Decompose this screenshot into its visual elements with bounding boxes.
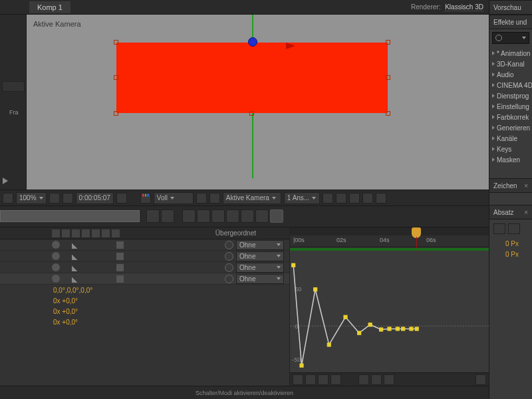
- zoom-icon[interactable]: [358, 374, 369, 385]
- expand-triangle-icon[interactable]: [492, 126, 495, 130]
- x-axis-gizmo[interactable]: [286, 43, 306, 49]
- time-ruler[interactable]: |00s02s04s06s: [290, 227, 489, 247]
- lock-column-icon[interactable]: [72, 229, 80, 237]
- layer-row[interactable]: Ohne: [0, 239, 289, 251]
- expand-triangle-icon[interactable]: [492, 104, 495, 108]
- layer-row[interactable]: Ohne: [0, 262, 289, 273]
- fx-column-icon[interactable]: [82, 229, 90, 237]
- ease-icon[interactable]: [475, 374, 486, 385]
- parent-pickwhip-icon[interactable]: [225, 241, 233, 249]
- parent-dropdown[interactable]: Ohne: [236, 263, 284, 273]
- keyframe[interactable]: [299, 363, 303, 367]
- pixel-aspect-icon[interactable]: [323, 193, 333, 203]
- keyframe[interactable]: [313, 287, 317, 291]
- 3d-layer-toggle[interactable]: [116, 264, 124, 271]
- channels-icon[interactable]: [140, 193, 151, 203]
- resize-handle-se[interactable]: [386, 111, 390, 116]
- layer-row[interactable]: Ohne: [0, 273, 289, 285]
- visibility-toggle[interactable]: [52, 263, 60, 271]
- keyframe[interactable]: [327, 342, 331, 346]
- renderer-value[interactable]: Klassisch 3D: [445, 3, 483, 11]
- timeline-footer-toggle[interactable]: Schalter/Modi aktivieren/deaktivieren: [0, 386, 489, 399]
- visibility-toggle[interactable]: [52, 275, 60, 283]
- comp-tab[interactable]: Komp 1: [29, 1, 70, 13]
- solo-column-icon[interactable]: [62, 229, 70, 237]
- z-axis-gizmo[interactable]: [248, 37, 257, 47]
- visibility-toggle[interactable]: [52, 241, 60, 249]
- transparency-grid-icon[interactable]: [209, 193, 220, 203]
- effect-category-item[interactable]: Audio: [489, 69, 532, 80]
- property-value-row[interactable]: 0x +0,0°: [0, 295, 289, 306]
- value-graph-line[interactable]: [293, 265, 417, 366]
- frame-blend-icon[interactable]: [182, 209, 196, 223]
- keyframe[interactable]: [415, 327, 419, 331]
- graph-editor[interactable]: |00s02s04s06s 50 0 -50: [289, 227, 489, 386]
- views-count-dropdown[interactable]: 1 Ans...: [284, 192, 320, 204]
- snap-icon[interactable]: [331, 374, 341, 385]
- effect-category-item[interactable]: Einstellung: [489, 101, 532, 112]
- keyframe[interactable]: [409, 327, 413, 331]
- flowchart-icon[interactable]: [362, 193, 373, 203]
- mask-icon[interactable]: [63, 193, 73, 203]
- 3d-layer-toggle[interactable]: [116, 241, 124, 249]
- resize-handle-ne[interactable]: [386, 40, 390, 45]
- effect-category-item[interactable]: Kanäle: [489, 133, 532, 144]
- effect-category-item[interactable]: Generieren: [489, 122, 532, 133]
- 3d-icon[interactable]: [241, 209, 254, 223]
- indent-first-value[interactable]: 0 Px: [505, 251, 519, 258]
- expand-triangle-icon[interactable]: [492, 94, 495, 98]
- property-value-row[interactable]: 0x +0,0°: [0, 306, 289, 317]
- expand-triangle-icon[interactable]: [492, 62, 495, 66]
- expand-triangle-icon[interactable]: [492, 136, 495, 140]
- adjustment-icon[interactable]: [226, 209, 239, 223]
- fast-preview-icon[interactable]: [336, 193, 346, 203]
- work-area-bar[interactable]: [290, 248, 489, 251]
- parent-dropdown[interactable]: Ohne: [236, 240, 284, 250]
- resize-handle-w[interactable]: [114, 75, 118, 80]
- resize-handle-nw[interactable]: [114, 40, 118, 45]
- expand-triangle-icon[interactable]: [492, 83, 495, 87]
- indent-left-value[interactable]: 0 Px: [505, 240, 519, 247]
- layer-search-input[interactable]: [0, 210, 140, 222]
- align-center-icon[interactable]: [508, 223, 520, 234]
- viewport-canvas[interactable]: Aktive Kamera: [27, 15, 489, 190]
- resize-handle-s[interactable]: [249, 111, 254, 116]
- 3d-column-icon[interactable]: [112, 229, 120, 237]
- effect-category-item[interactable]: Keys: [489, 144, 532, 154]
- graph-editor-icon[interactable]: [270, 209, 283, 223]
- expression-icon[interactable]: [255, 209, 269, 223]
- keyframe[interactable]: [401, 327, 405, 331]
- 3d-layer-toggle[interactable]: [116, 275, 124, 283]
- label-color[interactable]: [72, 241, 79, 249]
- effect-category-item[interactable]: CINEMA 4D: [489, 80, 532, 90]
- parent-dropdown[interactable]: Ohne: [236, 251, 284, 261]
- blend-column-icon[interactable]: [92, 229, 100, 237]
- keyframe[interactable]: [387, 327, 391, 331]
- expand-triangle-icon[interactable]: [492, 72, 495, 76]
- effect-category-item[interactable]: Dienstprog: [489, 90, 532, 101]
- effekte-panel-header[interactable]: Effekte und: [489, 15, 532, 29]
- safe-zones-icon[interactable]: [49, 193, 60, 203]
- refresh-icon[interactable]: [376, 193, 386, 203]
- selected-shape-layer[interactable]: [116, 43, 388, 113]
- graph-eye-icon[interactable]: [293, 374, 303, 385]
- view-dropdown[interactable]: Aktive Kamera: [223, 192, 281, 204]
- roi-icon[interactable]: [196, 193, 207, 203]
- resize-handle-sw[interactable]: [114, 111, 118, 116]
- keyframe[interactable]: [343, 315, 347, 319]
- expand-triangle-icon[interactable]: [492, 147, 495, 151]
- fit-icon[interactable]: [371, 374, 382, 385]
- parent-dropdown[interactable]: Ohne: [236, 274, 284, 284]
- effect-category-item[interactable]: Masken: [489, 154, 532, 165]
- collapse-icon[interactable]: [161, 209, 174, 223]
- parent-pickwhip-icon[interactable]: [225, 263, 233, 272]
- brain-icon[interactable]: [211, 209, 225, 223]
- expand-triangle-icon[interactable]: [492, 51, 495, 55]
- effect-category-item[interactable]: * Animation: [489, 48, 532, 59]
- current-time[interactable]: 0:00:05:07: [76, 192, 114, 204]
- label-color[interactable]: [72, 275, 79, 283]
- keyframe[interactable]: [291, 263, 295, 267]
- eye-column-icon[interactable]: [52, 229, 60, 237]
- label-color[interactable]: [72, 253, 79, 260]
- keyframe[interactable]: [396, 327, 400, 331]
